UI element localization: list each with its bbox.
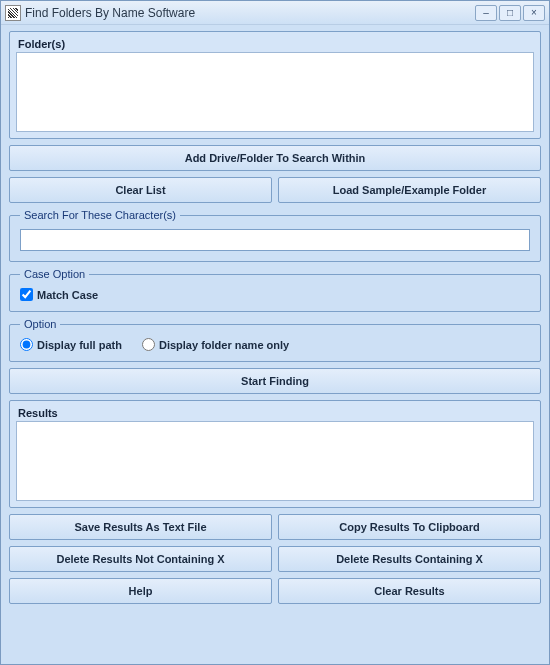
match-case-checkbox[interactable] (20, 288, 33, 301)
search-group: Search For These Character(s) (9, 209, 541, 262)
match-case-label-wrap[interactable]: Match Case (20, 288, 98, 301)
titlebar: Find Folders By Name Software – □ × (1, 1, 549, 25)
results-group: Results (9, 400, 541, 508)
close-button[interactable]: × (523, 5, 545, 21)
folders-group: Folder(s) (9, 31, 541, 139)
option-legend: Option (20, 318, 60, 330)
clear-results-button[interactable]: Clear Results (278, 578, 541, 604)
option-group: Option Display full path Display folder … (9, 318, 541, 362)
match-case-label: Match Case (37, 289, 98, 301)
folders-label: Folder(s) (16, 38, 534, 50)
app-icon (5, 5, 21, 21)
content-area: Folder(s) Add Drive/Folder To Search Wit… (1, 25, 549, 664)
app-window: Find Folders By Name Software – □ × Fold… (0, 0, 550, 665)
folders-listbox[interactable] (16, 52, 534, 132)
name-only-radio[interactable] (142, 338, 155, 351)
window-title: Find Folders By Name Software (25, 6, 473, 20)
full-path-label: Display full path (37, 339, 122, 351)
full-path-option[interactable]: Display full path (20, 338, 122, 351)
start-finding-button[interactable]: Start Finding (9, 368, 541, 394)
case-option-group: Case Option Match Case (9, 268, 541, 312)
delete-not-containing-button[interactable]: Delete Results Not Containing X (9, 546, 272, 572)
load-sample-button[interactable]: Load Sample/Example Folder (278, 177, 541, 203)
search-input[interactable] (20, 229, 530, 251)
delete-containing-button[interactable]: Delete Results Containing X (278, 546, 541, 572)
results-label: Results (16, 407, 534, 419)
help-button[interactable]: Help (9, 578, 272, 604)
copy-results-button[interactable]: Copy Results To Clipboard (278, 514, 541, 540)
save-results-button[interactable]: Save Results As Text File (9, 514, 272, 540)
results-listbox[interactable] (16, 421, 534, 501)
minimize-button[interactable]: – (475, 5, 497, 21)
case-option-legend: Case Option (20, 268, 89, 280)
name-only-option[interactable]: Display folder name only (142, 338, 289, 351)
full-path-radio[interactable] (20, 338, 33, 351)
add-drive-button[interactable]: Add Drive/Folder To Search Within (9, 145, 541, 171)
name-only-label: Display folder name only (159, 339, 289, 351)
search-legend: Search For These Character(s) (20, 209, 180, 221)
maximize-button[interactable]: □ (499, 5, 521, 21)
clear-list-button[interactable]: Clear List (9, 177, 272, 203)
